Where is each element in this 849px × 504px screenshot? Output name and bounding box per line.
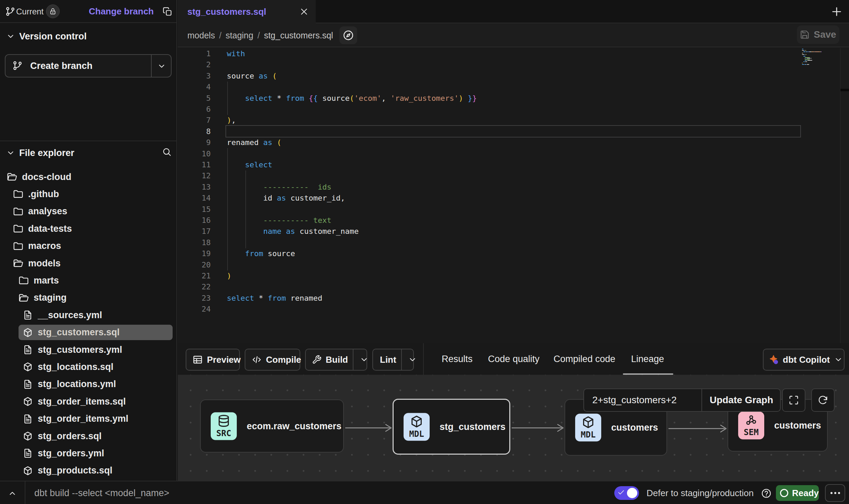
build-dropdown-icon[interactable] [360,355,369,364]
create-branch-button[interactable]: Create branch [5,54,172,77]
file-name: stg_customers.sql [38,327,120,338]
line-number: 24 [178,304,211,315]
file-tree-item-docs-cloud[interactable]: docs-cloud [3,169,173,185]
dbt-copilot-button[interactable]: dbt Copilot [763,349,845,371]
lint-dropdown-icon[interactable] [408,355,417,364]
refresh-button[interactable] [811,388,835,412]
file-tree-item-marts[interactable]: marts [14,273,173,288]
file-tree-item-stg-orders-yml[interactable]: stg_orders.yml [19,446,173,461]
ready-status-badge[interactable]: Ready [776,485,819,501]
current-branch-label: Current [16,0,44,23]
chevron-down-icon [6,32,15,41]
help-icon[interactable] [761,488,771,499]
chevron-down-icon[interactable] [157,62,166,71]
refresh-icon [818,395,828,405]
file-tree-item-stg-customers-yml[interactable]: stg_customers.yml [19,342,173,358]
lineage-node-stg-customers-mdl[interactable]: MDLstg_customers [393,399,510,455]
file-tree-item-data-tests[interactable]: data-tests [9,221,173,237]
file-name: stg_products.sql [38,465,113,476]
update-graph-button[interactable]: Update Graph [702,395,781,406]
minimap[interactable] [802,48,840,343]
copy-icon[interactable] [163,7,172,16]
expand-panel-icon[interactable] [5,486,20,501]
minimap-line [805,58,805,59]
cube-icon [581,416,595,429]
line-number: 20 [178,260,211,271]
line-number: 2 [178,59,211,70]
more-menu-button[interactable] [825,484,845,502]
preview-button[interactable]: Preview [186,349,240,371]
minimap-line [803,61,805,62]
code-line-13: ---------- ids [227,182,332,193]
lineage-panel[interactable]: SRCecom.raw_customersMDLstg_customersMDL… [178,375,849,481]
code-line-16: ---------- text [227,215,332,226]
file-tree-item--github[interactable]: .github [9,187,173,202]
file-tree-item-stg-order-items-yml[interactable]: stg_order_items.yml [19,411,173,427]
line-number: 17 [178,226,211,237]
file-tree-item-stg-locations-yml[interactable]: stg_locations.yml [19,376,173,392]
tab-stg-customers-sql[interactable]: stg_customers.sql [178,0,316,23]
code-line-3: source as ( [227,71,277,82]
dbt-cloud-ide: Current Change branch Version control Cr… [0,0,849,504]
close-icon[interactable] [297,5,311,19]
file-tree-item-stg-locations-sql[interactable]: stg_locations.sql [19,359,173,375]
file-tree-item-macros[interactable]: macros [9,238,173,254]
line-number: 4 [178,82,211,93]
version-control-header[interactable]: Version control [0,29,176,43]
file-icon [23,379,33,389]
fullscreen-button[interactable] [782,388,805,412]
minimap-line [804,50,805,51]
line-number: 11 [178,159,211,170]
lint-button[interactable]: Lint [372,349,414,371]
badge-label: MDL [409,429,424,439]
status-bar: dbt build --select <model_name> Defer to… [0,481,849,504]
search-icon[interactable] [162,147,172,157]
minimap-line [802,50,804,51]
minimap-line [807,58,811,59]
breadcrumb-part[interactable]: staging [226,31,254,40]
file-tree-item-stg-customers-sql[interactable]: stg_customers.sql [19,325,173,340]
code-editor[interactable]: 123456789101112131415161718192021222324 … [178,48,849,343]
breadcrumb-bar: models/staging/stg_customers.sql Save [178,23,849,47]
preview-label: Preview [207,355,241,365]
file-explorer-header[interactable]: File explorer [0,146,176,160]
defer-toggle[interactable] [614,486,639,500]
folder-icon [13,241,23,251]
folder-icon [19,275,29,286]
defer-label: Defer to staging/production [647,481,754,504]
file-tree-item-staging[interactable]: staging [14,290,173,305]
file-tree-item-stg-products-sql[interactable]: stg_products.sql [19,463,173,478]
file-tree-item-stg-orders-sql[interactable]: stg_orders.sql [19,429,173,444]
goto-file-button[interactable] [339,26,357,44]
file-tree-item-analyses[interactable]: analyses [9,204,173,219]
breadcrumb-separator: / [257,31,260,40]
build-button[interactable]: Build [305,349,367,371]
editor-scrollbar[interactable] [840,48,849,343]
breadcrumb-part[interactable]: stg_customers.sql [264,31,333,40]
minimap-line [805,64,806,65]
save-button[interactable]: Save [797,25,839,44]
file-name: stg_orders.yml [38,448,104,459]
dbt-copilot-icon [768,355,779,365]
divider [353,349,353,370]
new-tab-icon[interactable] [830,5,844,19]
breadcrumb-part[interactable]: models [187,31,215,40]
file-tree-item--sources-yml[interactable]: __sources.yml [19,308,173,323]
minimap-line [809,51,811,52]
minimap-line [803,56,805,57]
compile-button[interactable]: Compile [245,349,300,371]
file-tree-item-models[interactable]: models [9,256,173,271]
line-number: 15 [178,204,211,215]
panel-tab-code-quality[interactable]: Code quality [476,343,551,375]
change-branch-link[interactable]: Change branch [89,0,154,23]
lineage-selector-input[interactable]: 2+stg_customers+2 [592,395,677,406]
node-label: stg_customers [440,421,505,432]
branch-bar: Current Change branch [0,0,176,23]
dot [834,492,836,494]
active-line-highlight [225,125,801,137]
lineage-node-ecom-raw-customers-src[interactable]: SRCecom.raw_customers [200,399,344,453]
file-tree-item-stg-order-items-sql[interactable]: stg_order_items.sql [19,394,173,409]
command-input[interactable]: dbt build --select <model_name> [34,481,169,504]
node-label: ecom.raw_customers [247,421,341,431]
panel-tab-lineage[interactable]: Lineage [610,343,685,375]
